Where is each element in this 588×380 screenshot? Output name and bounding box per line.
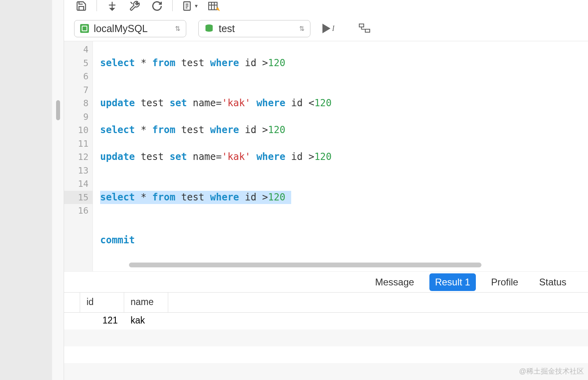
toolbar-main: ▼ (64, 0, 588, 16)
svg-rect-5 (209, 2, 217, 10)
toolbar-query: localMySQL ⇅ test ⇅ I (64, 16, 588, 41)
code-line[interactable]: commit (100, 234, 588, 247)
divider-handle[interactable] (52, 0, 64, 380)
code-line[interactable] (100, 83, 588, 97)
svg-point-0 (137, 3, 138, 4)
gutter-line: 15 (64, 191, 93, 204)
export-icon[interactable] (207, 0, 222, 12)
gutter-line: 4 (64, 43, 93, 57)
separator (97, 0, 97, 11)
chevron-updown-icon: ⇅ (175, 25, 180, 32)
table-row-empty (64, 329, 588, 346)
chevron-updown-icon: ⇅ (299, 25, 304, 32)
svg-rect-10 (359, 24, 364, 27)
gutter-line: 12 (64, 150, 93, 164)
run-button[interactable]: I (322, 24, 334, 33)
gutter-line: 7 (64, 83, 93, 97)
gutter-line: 16 (64, 204, 93, 218)
horizontal-scrollbar[interactable] (129, 263, 481, 267)
gutter-line: 10 (64, 123, 93, 137)
sql-editor[interactable]: 45678910111213141516 select * from test … (64, 41, 588, 271)
gutter-line: 8 (64, 97, 93, 110)
database-label: test (219, 23, 235, 34)
result-grid: id name 121kak (64, 292, 588, 380)
separator (172, 0, 173, 11)
gutter-line: 14 (64, 177, 93, 191)
tab-result-1[interactable]: Result 1 (429, 273, 476, 291)
database-dropdown[interactable]: test ⇅ (198, 20, 310, 37)
code-line[interactable]: select * from test where id >120 (100, 57, 588, 70)
result-tabs: MessageResult 1ProfileStatus (64, 271, 588, 292)
gutter-line: 9 (64, 110, 93, 124)
code-line[interactable] (100, 164, 588, 178)
refresh-icon[interactable] (150, 0, 164, 12)
connection-icon (80, 24, 89, 33)
connection-dropdown[interactable]: localMySQL ⇅ (74, 20, 186, 37)
save-icon[interactable] (74, 0, 89, 12)
line-gutter: 45678910111213141516 (64, 41, 93, 271)
cursor-icon: I (332, 24, 334, 33)
code-line[interactable]: update test set name='kak' where id >120 (100, 150, 588, 164)
result-header: id name (64, 293, 588, 313)
svg-rect-11 (365, 29, 370, 32)
code-line[interactable] (100, 43, 588, 57)
watermark: @稀土掘金技术社区 (519, 366, 584, 376)
code-line[interactable]: update test set name='kak' where id <120 (100, 97, 588, 110)
table-row[interactable]: 121kak (64, 313, 588, 329)
cell-name[interactable]: kak (124, 313, 168, 329)
gutter-line: 13 (64, 164, 93, 178)
gutter-line: 6 (64, 70, 93, 83)
code-line[interactable] (100, 137, 588, 151)
code-line[interactable]: select * from test where id >120 (100, 191, 291, 204)
column-header-name[interactable]: name (124, 293, 168, 312)
format-icon[interactable] (105, 0, 119, 12)
code-line[interactable] (100, 177, 588, 191)
cell-id[interactable]: 121 (80, 313, 124, 329)
code-line[interactable] (100, 204, 588, 218)
database-icon (204, 24, 214, 33)
code-content[interactable]: select * from test where id >120update t… (93, 41, 588, 271)
code-line[interactable] (100, 110, 588, 124)
code-line[interactable]: select * from test where id >120 (100, 123, 588, 137)
explain-icon[interactable] (358, 23, 371, 34)
tab-message[interactable]: Message (369, 273, 419, 291)
new-query-icon[interactable]: ▼ (181, 0, 199, 12)
table-row-empty (64, 346, 588, 363)
tab-status[interactable]: Status (534, 273, 572, 291)
row-selector-header[interactable] (64, 293, 80, 312)
column-header-id[interactable]: id (80, 293, 124, 312)
gutter-line: 11 (64, 137, 93, 151)
play-icon (322, 24, 330, 33)
sidebar-panel (0, 0, 52, 380)
connection-label: localMySQL (94, 23, 148, 34)
code-line[interactable] (100, 70, 588, 83)
gutter-line: 5 (64, 57, 93, 70)
result-body: 121kak (64, 313, 588, 380)
table-row-empty (64, 363, 588, 380)
main-area: ▼ localMySQL ⇅ test ⇅ I (64, 0, 588, 380)
tab-profile[interactable]: Profile (485, 273, 524, 291)
tools-icon[interactable] (127, 0, 142, 12)
